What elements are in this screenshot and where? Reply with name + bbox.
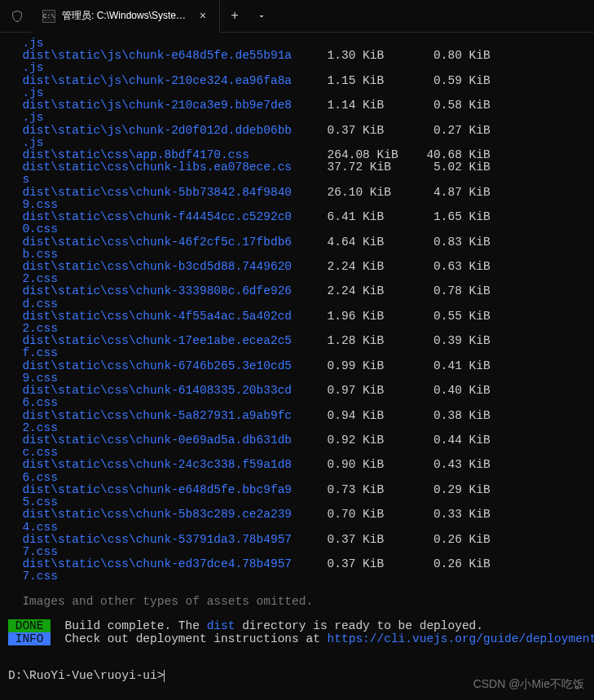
file-path: dist\static\js\chunk-210ca3e9.bb9e7de8 bbox=[22, 99, 292, 112]
file-size: 2.24 KiB bbox=[328, 284, 427, 297]
file-gzip: 0.38 KiB bbox=[426, 409, 490, 422]
file-gzip: 0.59 KiB bbox=[426, 74, 490, 87]
file-gzip: 0.29 KiB bbox=[426, 483, 490, 496]
file-size: 1.30 KiB bbox=[328, 49, 427, 62]
file-path: dist\static\css\chunk-b3cd5d88.7449620 bbox=[22, 260, 292, 273]
file-path: 6.css bbox=[22, 471, 58, 484]
file-gzip: 0.78 KiB bbox=[426, 284, 490, 297]
file-gzip: 1.65 KiB bbox=[426, 210, 490, 223]
file-size: 0.37 KiB bbox=[328, 124, 427, 137]
file-path: dist\static\css\chunk-46f2cf5c.17fbdb6 bbox=[22, 236, 292, 249]
file-gzip: 0.40 KiB bbox=[426, 384, 490, 397]
done-badge: DONE bbox=[8, 619, 51, 632]
file-path: 9.css bbox=[22, 372, 58, 385]
shield-icon bbox=[8, 7, 26, 25]
titlebar: C:\ 管理员: C:\Windows\System32 × + bbox=[0, 0, 594, 33]
file-size: 0.37 KiB bbox=[328, 557, 427, 570]
dist-highlight: dist bbox=[207, 619, 235, 632]
file-size: 0.97 KiB bbox=[328, 384, 427, 397]
file-gzip: 0.27 KiB bbox=[426, 124, 490, 137]
file-gzip: 0.26 KiB bbox=[426, 557, 490, 570]
file-gzip: 0.55 KiB bbox=[426, 310, 490, 323]
file-path: 6.css bbox=[22, 396, 58, 409]
file-path: dist\static\css\chunk-53791da3.78b4957 bbox=[22, 533, 292, 546]
file-size: 4.64 KiB bbox=[328, 236, 427, 249]
file-path: 2.css bbox=[22, 322, 58, 335]
file-path: 0.css bbox=[22, 222, 58, 236]
file-size: 1.14 KiB bbox=[328, 99, 427, 112]
file-size: 1.96 KiB bbox=[328, 310, 427, 323]
watermark: CSDN @小Mie不吃饭 bbox=[473, 677, 584, 692]
file-path: .js bbox=[22, 37, 43, 50]
file-path: dist\static\css\chunk-61408335.20b33cd bbox=[22, 384, 292, 397]
cmd-icon: C:\ bbox=[42, 10, 55, 23]
deployment-url: https://cli.vuejs.org/guide/deployment.h… bbox=[328, 632, 594, 645]
file-size: 0.73 KiB bbox=[328, 483, 427, 496]
file-gzip: 5.02 KiB bbox=[426, 161, 490, 174]
file-size: 6.41 KiB bbox=[328, 210, 427, 223]
file-path: dist\static\css\chunk-f44454cc.c5292c0 bbox=[22, 210, 292, 223]
file-path: dist\static\css\chunk-5a827931.a9ab9fc bbox=[22, 409, 292, 422]
file-path: b.css bbox=[22, 248, 58, 261]
file-path: .js bbox=[22, 111, 43, 124]
info-badge: INFO bbox=[8, 632, 51, 645]
file-path: dist\static\css\chunk-6746b265.3e10cd5 bbox=[22, 359, 292, 372]
terminal-output[interactable]: .js dist\static\js\chunk-e648d5fe.de55b9… bbox=[0, 33, 594, 691]
file-gzip: 0.44 KiB bbox=[426, 434, 490, 447]
file-gzip: 0.63 KiB bbox=[426, 260, 490, 273]
info-text: Check out deployment instructions at bbox=[51, 632, 327, 645]
file-path: dist\static\css\chunk-5bb73842.84f9840 bbox=[22, 186, 292, 199]
file-path: dist\static\css\chunk-0e69ad5a.db631db bbox=[22, 434, 292, 447]
file-path: dist\static\js\chunk-e648d5fe.de55b91a bbox=[22, 49, 292, 62]
file-size: 1.15 KiB bbox=[328, 74, 427, 87]
file-path: c.css bbox=[22, 446, 58, 459]
prompt[interactable]: D:\RuoYi-Vue\ruoyi-ui> bbox=[8, 669, 164, 682]
file-path: .js bbox=[22, 61, 43, 74]
chevron-down-icon bbox=[257, 11, 266, 21]
file-path: 2.css bbox=[22, 272, 58, 285]
file-size: 264.08 KiB bbox=[328, 148, 427, 161]
file-gzip: 4.87 KiB bbox=[426, 186, 490, 199]
file-gzip: 0.83 KiB bbox=[426, 236, 490, 249]
file-path: dist\static\css\chunk-5b83c289.ce2a239 bbox=[22, 508, 292, 521]
file-size: 0.94 KiB bbox=[328, 409, 427, 422]
file-size: 0.70 KiB bbox=[328, 508, 427, 521]
file-path: f.css bbox=[22, 346, 58, 359]
file-size: 2.24 KiB bbox=[328, 260, 427, 273]
file-path: dist\static\css\app.8bdf4170.css bbox=[22, 148, 249, 161]
file-gzip: 0.58 KiB bbox=[426, 99, 490, 112]
file-gzip: 40.68 KiB bbox=[426, 148, 490, 161]
file-size: 0.90 KiB bbox=[328, 458, 427, 471]
file-path: 4.css bbox=[22, 521, 58, 534]
file-path: 7.css bbox=[22, 545, 58, 558]
file-gzip: 0.26 KiB bbox=[426, 533, 490, 546]
file-path: dist\static\css\chunk-4f55a4ac.5a402cd bbox=[22, 310, 292, 323]
file-path: d.css bbox=[22, 297, 58, 310]
omitted-message: Images and other types of assets omitted… bbox=[8, 595, 313, 608]
file-path: dist\static\css\chunk-3339808c.6dfe926 bbox=[22, 284, 292, 297]
file-path: .js bbox=[22, 136, 43, 149]
file-gzip: 0.39 KiB bbox=[426, 334, 490, 347]
file-size: 0.99 KiB bbox=[328, 359, 427, 372]
file-path: s bbox=[22, 173, 29, 186]
file-gzip: 0.80 KiB bbox=[426, 49, 490, 62]
file-path: 7.css bbox=[22, 570, 58, 583]
terminal-tab[interactable]: C:\ 管理员: C:\Windows\System32 × bbox=[33, 0, 220, 33]
file-gzip: 0.43 KiB bbox=[426, 458, 490, 471]
close-icon[interactable]: × bbox=[196, 10, 209, 23]
file-path: dist\static\js\chunk-2d0f012d.ddeb06bb bbox=[22, 124, 292, 137]
tab-title: 管理员: C:\Windows\System32 bbox=[62, 9, 190, 23]
file-path: dist\static\css\chunk-17ee1abe.ecea2c5 bbox=[22, 334, 292, 347]
file-size: 26.10 KiB bbox=[328, 186, 427, 199]
file-size: 0.37 KiB bbox=[328, 533, 427, 546]
file-path: dist\static\css\chunk-libs.ea078ece.cs bbox=[22, 161, 292, 174]
tab-dropdown-button[interactable] bbox=[249, 0, 274, 33]
file-path: 2.css bbox=[22, 421, 58, 434]
file-path: 5.css bbox=[22, 495, 58, 508]
file-path: dist\static\css\chunk-24c3c338.f59a1d8 bbox=[22, 458, 292, 471]
file-path: 9.css bbox=[22, 198, 58, 211]
new-tab-button[interactable]: + bbox=[220, 0, 249, 33]
cursor bbox=[164, 670, 165, 682]
file-size: 37.72 KiB bbox=[328, 161, 427, 174]
file-path: dist\static\css\chunk-e648d5fe.bbc9fa9 bbox=[22, 483, 292, 496]
